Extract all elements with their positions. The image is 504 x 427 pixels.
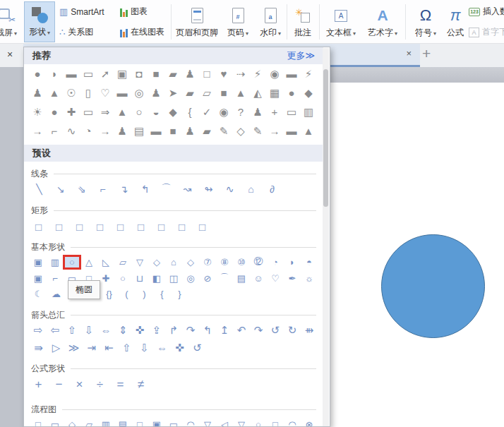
- shape-icon[interactable]: ↷: [184, 324, 198, 337]
- shape-icon[interactable]: ↴: [116, 184, 132, 195]
- insert-number-button[interactable]: 123 插入数字: [469, 3, 504, 20]
- shape-icon[interactable]: ∿: [65, 125, 78, 138]
- shape-icon[interactable]: ▭: [82, 68, 95, 80]
- shape-icon[interactable]: ▭: [167, 419, 181, 427]
- shape-icon[interactable]: ●: [48, 106, 61, 118]
- ellipse-shape-icon[interactable]: ○: [65, 257, 79, 267]
- shape-icon[interactable]: ◗: [48, 68, 61, 80]
- shape-icon[interactable]: ↺: [190, 342, 205, 354]
- shape-icon[interactable]: ≠: [133, 378, 148, 392]
- word-art-button[interactable]: A 艺术字: [363, 1, 402, 42]
- shape-icon[interactable]: ☉: [65, 87, 78, 100]
- shape-icon[interactable]: ▭: [285, 106, 298, 119]
- shape-icon[interactable]: ♟: [184, 68, 196, 80]
- shape-icon[interactable]: ): [137, 289, 152, 299]
- shape-icon[interactable]: ◠: [184, 419, 198, 427]
- shape-icon[interactable]: ▲: [234, 87, 247, 99]
- shape-icon[interactable]: ▽: [234, 419, 248, 427]
- shape-icon[interactable]: ⚡: [302, 68, 315, 80]
- shape-icon[interactable]: ☀: [31, 106, 44, 119]
- shape-icon[interactable]: ◒: [150, 106, 162, 118]
- shape-icon[interactable]: ⌐: [48, 125, 61, 137]
- dropdown-scrollbar[interactable]: [323, 48, 329, 427]
- shape-icon[interactable]: ➤: [167, 87, 179, 100]
- shape-icon[interactable]: →: [99, 125, 112, 137]
- shape-icon[interactable]: ◉: [268, 68, 281, 80]
- shape-icon[interactable]: ♡: [268, 273, 282, 284]
- shape-icon[interactable]: ♟: [150, 87, 162, 100]
- shape-icon[interactable]: ⇔: [99, 324, 113, 336]
- shape-icon[interactable]: □: [133, 221, 148, 233]
- shape-icon[interactable]: ▱: [200, 87, 213, 100]
- shape-icon[interactable]: △: [82, 257, 96, 267]
- shape-icon[interactable]: ▷: [49, 342, 64, 354]
- shape-icon[interactable]: ⇪: [150, 324, 164, 337]
- shape-icon[interactable]: ♥: [217, 68, 230, 80]
- shape-icon[interactable]: ↺: [268, 324, 282, 337]
- shape-icon[interactable]: ✒: [285, 273, 299, 284]
- shape-icon[interactable]: +: [31, 378, 46, 392]
- panel-close-icon[interactable]: ×: [7, 49, 13, 60]
- shape-icon[interactable]: ⌐: [95, 184, 111, 195]
- shape-icon[interactable]: ↘: [52, 184, 68, 195]
- shape-icon[interactable]: ➚: [99, 68, 112, 80]
- shape-icon[interactable]: ⇩: [137, 342, 152, 354]
- shape-icon[interactable]: ▬: [285, 125, 298, 137]
- shape-icon[interactable]: ↥: [217, 324, 232, 337]
- shape-icon[interactable]: ♟: [184, 125, 196, 138]
- shape-icon[interactable]: ○: [133, 106, 145, 118]
- shape-icon[interactable]: ▯: [82, 87, 95, 100]
- shape-icon[interactable]: ▣: [116, 68, 128, 80]
- shape-icon[interactable]: {}: [102, 289, 116, 299]
- shape-icon[interactable]: ◉: [217, 106, 230, 119]
- shape-icon[interactable]: ♟: [251, 106, 264, 119]
- shape-icon[interactable]: ▬: [65, 68, 78, 80]
- shape-icon[interactable]: ✜: [133, 324, 147, 337]
- shape-icon[interactable]: ♟: [116, 125, 128, 138]
- scrollbar-thumb[interactable]: [323, 69, 328, 207]
- shape-icon[interactable]: □: [195, 221, 210, 233]
- shape-icon[interactable]: ◇: [184, 257, 198, 267]
- shape-icon[interactable]: ◇: [65, 419, 79, 427]
- shape-icon[interactable]: ⇦: [48, 324, 62, 337]
- shape-icon[interactable]: ⇛: [31, 342, 46, 354]
- shape-icon[interactable]: ■: [217, 87, 230, 99]
- shape-icon[interactable]: ▭: [48, 419, 62, 427]
- shape-icon[interactable]: ♡: [99, 87, 112, 100]
- shape-icon[interactable]: ▤: [116, 419, 130, 427]
- shape-icon[interactable]: ●: [31, 68, 44, 80]
- shape-icon[interactable]: ↰: [200, 324, 215, 337]
- shape-icon[interactable]: ○: [251, 419, 265, 427]
- shape-icon[interactable]: ▥: [99, 419, 113, 427]
- shape-icon[interactable]: □: [31, 221, 46, 233]
- text-box-button[interactable]: A 文本框: [321, 1, 361, 42]
- shape-icon[interactable]: ⑫: [251, 255, 265, 268]
- shape-icon[interactable]: ◆: [302, 87, 315, 100]
- shape-icon[interactable]: □: [174, 221, 189, 233]
- shape-icon[interactable]: ◧: [150, 273, 164, 284]
- shape-icon[interactable]: □: [72, 221, 87, 233]
- shape-icon[interactable]: ▲: [302, 125, 315, 137]
- shape-icon[interactable]: ◎: [133, 87, 145, 100]
- shape-icon[interactable]: ▱: [82, 419, 96, 427]
- shape-icon[interactable]: {: [184, 106, 196, 118]
- shape-icon[interactable]: □: [133, 419, 147, 427]
- shape-icon[interactable]: ∿: [222, 184, 238, 195]
- new-tab-button[interactable]: +: [422, 45, 431, 62]
- header-footer-button[interactable]: 页眉和页脚: [174, 1, 220, 42]
- shape-icon[interactable]: ⇤: [102, 342, 116, 354]
- shape-icon[interactable]: ↻: [285, 324, 299, 337]
- shape-icon[interactable]: □: [268, 419, 282, 427]
- shape-icon[interactable]: ▭: [82, 106, 95, 119]
- shape-icon[interactable]: ⇩: [82, 324, 96, 337]
- shape-icon[interactable]: ◓: [302, 257, 316, 267]
- page-number-button[interactable]: # 页码: [222, 1, 254, 42]
- shape-icon[interactable]: ⇒: [99, 106, 112, 119]
- shape-icon[interactable]: ☺: [251, 273, 265, 284]
- shape-icon[interactable]: →: [268, 125, 281, 137]
- shape-icon[interactable]: ▽: [133, 257, 147, 267]
- shape-icon[interactable]: ⑩: [234, 257, 248, 267]
- shape-icon[interactable]: ▣: [31, 273, 45, 284]
- shape-icon[interactable]: ✚: [99, 273, 113, 284]
- shape-icon[interactable]: ⑦: [200, 257, 215, 267]
